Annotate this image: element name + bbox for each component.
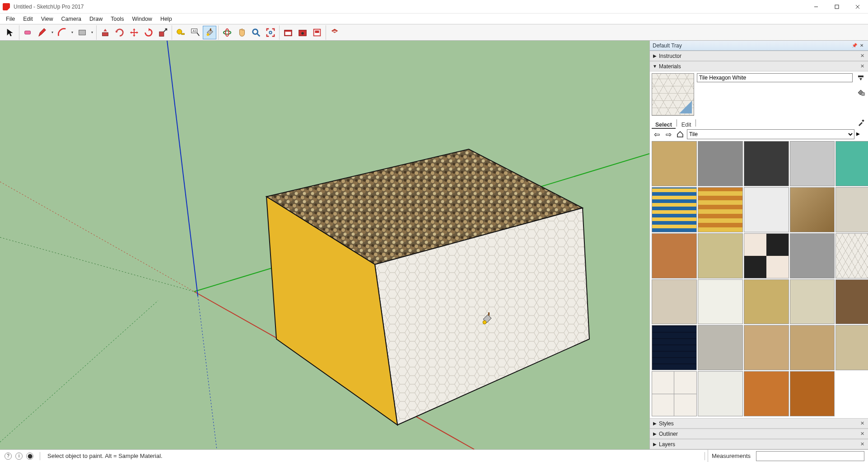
scale-tool[interactable]: [156, 26, 170, 39]
layout-button[interactable]: [310, 26, 324, 39]
material-thumb[interactable]: [835, 187, 868, 232]
material-library-select[interactable]: Tile: [687, 129, 854, 139]
svg-rect-20: [285, 32, 291, 35]
pan-tool[interactable]: [235, 26, 248, 39]
tray-pin-button[interactable]: 📌: [851, 42, 858, 49]
extension-warehouse-button[interactable]: [296, 26, 309, 39]
materials-edit-tab[interactable]: Edit: [678, 121, 695, 129]
maximize-button[interactable]: [826, 0, 847, 14]
info-icon[interactable]: i: [15, 453, 23, 460]
outliner-panel-header[interactable]: ▶ Outliner ✕: [650, 429, 868, 439]
help-icon[interactable]: ?: [5, 453, 12, 460]
outliner-close-button[interactable]: ✕: [859, 431, 865, 437]
menu-file[interactable]: File: [2, 14, 19, 24]
instructor-close-button[interactable]: ✕: [859, 53, 865, 59]
material-thumb[interactable]: [790, 141, 835, 186]
svg-rect-7: [159, 32, 164, 36]
minimize-button[interactable]: [806, 0, 826, 14]
text-tool[interactable]: A1: [188, 26, 202, 39]
layers-close-button[interactable]: ✕: [859, 441, 865, 448]
menu-window[interactable]: Window: [128, 14, 156, 24]
pencil-drop[interactable]: ▾: [50, 30, 55, 34]
menu-camera[interactable]: Camera: [57, 14, 85, 24]
layers-panel-header[interactable]: ▶ Layers ✕: [650, 439, 868, 449]
secondary-color-corner[interactable]: [679, 101, 692, 113]
material-thumb[interactable]: [744, 233, 789, 278]
paint-bucket-tool[interactable]: [203, 26, 216, 39]
eyedropper-button[interactable]: [857, 118, 866, 127]
material-thumb[interactable]: [744, 325, 789, 370]
material-thumb[interactable]: [835, 141, 868, 186]
material-thumb[interactable]: [652, 141, 697, 186]
menu-edit[interactable]: Edit: [19, 14, 37, 24]
rotate-tool[interactable]: [142, 26, 155, 39]
material-thumb[interactable]: [698, 279, 743, 325]
zoom-extents-tool[interactable]: [264, 26, 277, 39]
material-thumb[interactable]: [744, 187, 789, 232]
model-viewport[interactable]: [0, 41, 649, 449]
tray-header[interactable]: Default Tray 📌 ✕: [650, 41, 868, 51]
library-details-button[interactable]: ▸: [856, 129, 866, 139]
pencil-tool[interactable]: [36, 26, 49, 39]
material-thumb[interactable]: [790, 325, 835, 370]
material-thumb[interactable]: [790, 187, 835, 232]
material-thumb[interactable]: [698, 233, 743, 278]
tray-close-button[interactable]: ✕: [858, 42, 865, 49]
material-thumb[interactable]: [698, 371, 743, 416]
pushpull-tool[interactable]: [98, 26, 112, 39]
styles-panel-header[interactable]: ▶ Styles ✕: [650, 419, 868, 429]
material-thumbnails-grid: [652, 141, 868, 416]
styles-close-button[interactable]: ✕: [859, 420, 865, 427]
material-name-input[interactable]: [697, 73, 853, 82]
material-options-button[interactable]: [856, 73, 866, 83]
materials-close-button[interactable]: ✕: [859, 63, 865, 70]
user-icon[interactable]: ⬤: [26, 453, 33, 460]
nav-back-button[interactable]: ⇦: [652, 129, 662, 139]
material-thumb[interactable]: [652, 279, 697, 325]
material-thumb[interactable]: [744, 371, 789, 416]
material-thumb[interactable]: [835, 325, 868, 370]
svg-point-16: [253, 29, 258, 34]
materials-panel-header[interactable]: ▼ Materials ✕: [650, 61, 868, 71]
material-thumb[interactable]: [652, 233, 697, 278]
material-thumb[interactable]: [835, 279, 868, 325]
materials-select-tab[interactable]: Select: [652, 121, 676, 129]
menu-tools[interactable]: Tools: [107, 14, 128, 24]
material-thumb[interactable]: [790, 233, 835, 278]
material-thumb[interactable]: [698, 187, 743, 232]
material-thumb[interactable]: [652, 325, 697, 370]
material-thumb[interactable]: [744, 279, 789, 325]
material-thumb[interactable]: [790, 279, 835, 325]
rectangle-tool[interactable]: [75, 26, 89, 39]
nav-forward-button[interactable]: ⇨: [663, 129, 673, 139]
material-thumb[interactable]: [835, 233, 868, 278]
menu-help[interactable]: Help: [156, 14, 176, 24]
material-thumb[interactable]: [698, 325, 743, 370]
current-material-swatch[interactable]: [652, 73, 694, 116]
warehouse-3d-button[interactable]: [281, 26, 295, 39]
arc-drop[interactable]: ▾: [70, 30, 75, 34]
menu-view[interactable]: View: [37, 14, 57, 24]
shape-drop[interactable]: ▾: [90, 30, 94, 34]
menu-draw[interactable]: Draw: [85, 14, 107, 24]
move-tool[interactable]: [127, 26, 141, 39]
select-tool[interactable]: [4, 26, 17, 39]
extension-manager-button[interactable]: [328, 26, 341, 39]
svg-rect-1: [835, 5, 839, 9]
arc-tool[interactable]: [56, 26, 69, 39]
create-material-button[interactable]: [856, 87, 866, 97]
zoom-tool[interactable]: [249, 26, 263, 39]
close-button[interactable]: [847, 0, 868, 14]
eraser-tool[interactable]: [21, 26, 35, 39]
nav-home-button[interactable]: [675, 129, 685, 139]
instructor-panel-header[interactable]: ▶ Instructor ✕: [650, 51, 868, 61]
orbit-tool[interactable]: [220, 26, 234, 39]
material-thumb[interactable]: [652, 187, 697, 232]
material-thumb[interactable]: [698, 141, 743, 186]
material-thumb[interactable]: [790, 371, 835, 416]
tape-tool[interactable]: [174, 26, 187, 39]
material-thumb[interactable]: [652, 371, 697, 416]
offset-tool[interactable]: [113, 26, 126, 39]
measurements-input[interactable]: [756, 451, 864, 461]
material-thumb[interactable]: [744, 141, 789, 186]
